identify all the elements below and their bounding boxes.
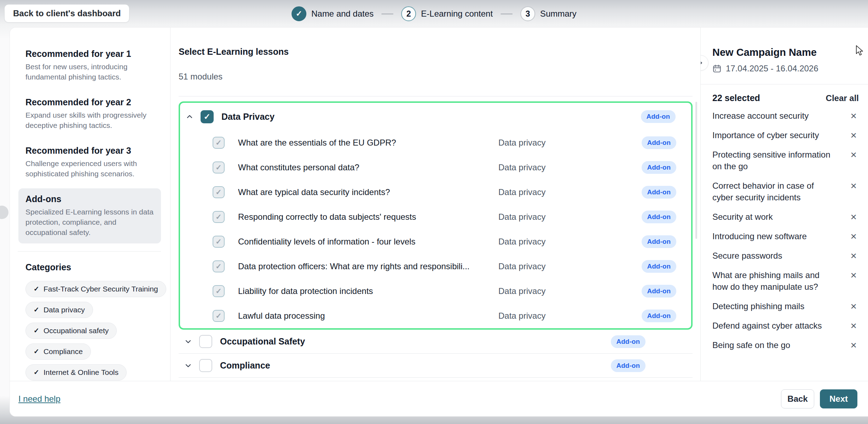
top-bar: Back to client's dashboard 1 ✓ Name and … xyxy=(0,0,868,28)
chip-label: Data privacy xyxy=(44,306,85,314)
check-icon: ✓ xyxy=(215,237,222,246)
lesson-checkbox[interactable]: ✓ xyxy=(213,310,225,322)
lesson-group-header[interactable]: ✓ Occupational Safety Add-on xyxy=(179,330,693,354)
preset-item[interactable]: Add-ons Specialized E-Learning lessons i… xyxy=(18,188,161,243)
lesson-title: Confidentiality levels of information - … xyxy=(238,237,498,247)
campaign-summary-panel: New Campaign Name 17.04.2025 - 16.04.202… xyxy=(700,28,868,381)
check-icon: ✓ xyxy=(204,112,210,122)
category-chip[interactable]: ✓ Data privacy xyxy=(25,302,93,318)
remove-item-button[interactable]: × xyxy=(848,180,859,192)
check-icon: ✓ xyxy=(296,9,302,18)
category-chips: ✓ Fast-Track Cyber Security Training ✓ D… xyxy=(25,281,161,381)
chevron-right-icon xyxy=(700,59,704,66)
selected-header: 22 selected Clear all xyxy=(712,93,859,103)
clear-all-button[interactable]: Clear all xyxy=(826,93,859,103)
lesson-checkbox[interactable]: ✓ xyxy=(213,161,225,173)
selected-lesson-label: Secure passwords xyxy=(712,250,837,261)
selected-lesson-item: Secure passwords × xyxy=(712,246,859,265)
panel-content: New Campaign Name 17.04.2025 - 16.04.202… xyxy=(701,28,868,355)
remove-item-button[interactable]: × xyxy=(848,339,859,351)
next-button[interactable]: Next xyxy=(820,389,857,408)
back-to-dashboard-button[interactable]: Back to client's dashboard xyxy=(4,4,129,23)
step-label: Summary xyxy=(540,9,577,19)
group-checkbox[interactable]: ✓ xyxy=(199,335,212,348)
lesson-title: Liability for data protection incidents xyxy=(238,286,498,296)
preset-item[interactable]: Recommended for year 2 Expand user skill… xyxy=(18,92,161,136)
selected-lesson-item: Introducing new software × xyxy=(712,226,859,246)
wizard-footer: I need help Back Next xyxy=(10,381,868,416)
lesson-title: Data protection officers: What are my ri… xyxy=(238,261,498,271)
remove-item-button[interactable]: × xyxy=(848,269,859,281)
preset-description: Challenge experienced users with sophist… xyxy=(25,159,154,179)
remove-item-button[interactable]: × xyxy=(848,230,859,242)
help-link[interactable]: I need help xyxy=(18,394,60,404)
remove-item-button[interactable]: × xyxy=(848,320,859,331)
preset-description: Specialized E-Learning lessons in data p… xyxy=(25,207,154,238)
lesson-group-header[interactable]: ✓ Data Privacy Add-on xyxy=(180,103,691,130)
wizard-stepper: 1 ✓ Name and dates 2 ✓ E-Learning conten… xyxy=(291,0,577,28)
remove-item-button[interactable]: × xyxy=(848,129,859,141)
selected-lesson-label: Introducing new software xyxy=(712,230,837,242)
addon-badge: Add-on xyxy=(641,110,676,123)
chevron-down-icon[interactable] xyxy=(184,361,193,370)
selected-lesson-item: What are phishing mails and how do they … xyxy=(712,265,859,296)
page-title: Select E-Learning lessons xyxy=(179,46,693,57)
back-button[interactable]: Back xyxy=(781,389,814,408)
lesson-category: Data privacy xyxy=(498,138,631,148)
lesson-checkbox[interactable]: ✓ xyxy=(213,285,225,297)
step-circle: 2 ✓ xyxy=(401,6,416,21)
lesson-checkbox[interactable]: ✓ xyxy=(213,236,225,248)
remove-item-button[interactable]: × xyxy=(848,211,859,223)
sidebar-collapse-handle[interactable] xyxy=(0,206,8,219)
footer-buttons: Back Next xyxy=(781,389,857,408)
sidebar-divider xyxy=(18,251,161,252)
lesson-row: ✓ What constitutes personal data? Data p… xyxy=(180,155,691,180)
chevron-down-icon[interactable] xyxy=(184,337,193,346)
lesson-row: ✓ Responding correctly to data subjects'… xyxy=(180,205,691,229)
lesson-group: ✓ Compliance Add-on xyxy=(179,354,693,378)
lesson-row: ✓ Lawful data processing Data privacy Ad… xyxy=(180,304,691,328)
category-chip[interactable]: ✓ Internet & Online Tools xyxy=(25,364,127,381)
preset-item[interactable]: Recommended for year 3 Challenge experie… xyxy=(18,140,161,185)
stepper-step[interactable]: 1 ✓ Name and dates xyxy=(291,6,374,21)
chevron-up-icon[interactable] xyxy=(185,112,194,121)
preset-item[interactable]: Recommended for year 1 Best for new user… xyxy=(18,43,161,88)
lesson-title: What are the essentials of the EU GDPR? xyxy=(238,138,498,148)
check-icon: ✓ xyxy=(215,287,222,295)
calendar-icon xyxy=(712,64,722,73)
lesson-checkbox[interactable]: ✓ xyxy=(213,260,225,272)
remove-item-button[interactable]: × xyxy=(848,300,859,312)
lesson-row: ✓ Data protection officers: What are my … xyxy=(180,254,691,279)
scrollbar-thumb[interactable] xyxy=(695,102,697,239)
lesson-checkbox[interactable]: ✓ xyxy=(213,137,225,149)
selected-lesson-item: Correct behavior in case of cyber securi… xyxy=(712,176,859,207)
selected-lessons-list: Increase account security × Importance o… xyxy=(712,106,859,355)
lesson-title: What constitutes personal data? xyxy=(238,163,498,172)
step-separator xyxy=(500,13,513,14)
check-icon: ✓ xyxy=(215,262,222,271)
sidebar: Recommended for year 1 Best for new user… xyxy=(10,28,170,381)
remove-item-button[interactable]: × xyxy=(848,149,859,160)
group-checkbox[interactable]: ✓ xyxy=(201,110,214,123)
lesson-checkbox[interactable]: ✓ xyxy=(213,186,225,198)
group-lessons: ✓ What are the essentials of the EU GDPR… xyxy=(180,130,691,328)
category-chip[interactable]: ✓ Occupational safety xyxy=(25,323,117,339)
stepper-step[interactable]: 3 ✓ Summary xyxy=(520,6,577,21)
group-checkbox[interactable]: ✓ xyxy=(199,359,212,372)
lesson-group-header[interactable]: ✓ Compliance Add-on xyxy=(179,354,693,378)
selected-lesson-item: Protecting sensitive information on the … xyxy=(712,145,859,176)
category-chip[interactable]: ✓ Fast-Track Cyber Security Training xyxy=(25,281,166,297)
check-icon: ✓ xyxy=(34,368,39,376)
remove-item-button[interactable]: × xyxy=(848,250,859,261)
remove-item-button[interactable]: × xyxy=(848,110,859,122)
lesson-checkbox[interactable]: ✓ xyxy=(213,211,225,223)
chip-label: Fast-Track Cyber Security Training xyxy=(44,285,158,293)
preset-title: Add-ons xyxy=(25,194,154,204)
panel-divider xyxy=(701,84,868,84)
campaign-wizard-app: Back to client's dashboard 1 ✓ Name and … xyxy=(0,0,868,424)
category-chip[interactable]: ✓ Compliance xyxy=(25,343,91,360)
selected-lesson-label: Being safe on the go xyxy=(712,339,837,351)
categories-title: Categories xyxy=(25,262,161,272)
stepper-step[interactable]: 2 ✓ E-Learning content xyxy=(401,6,493,21)
group-title: Compliance xyxy=(220,360,611,371)
